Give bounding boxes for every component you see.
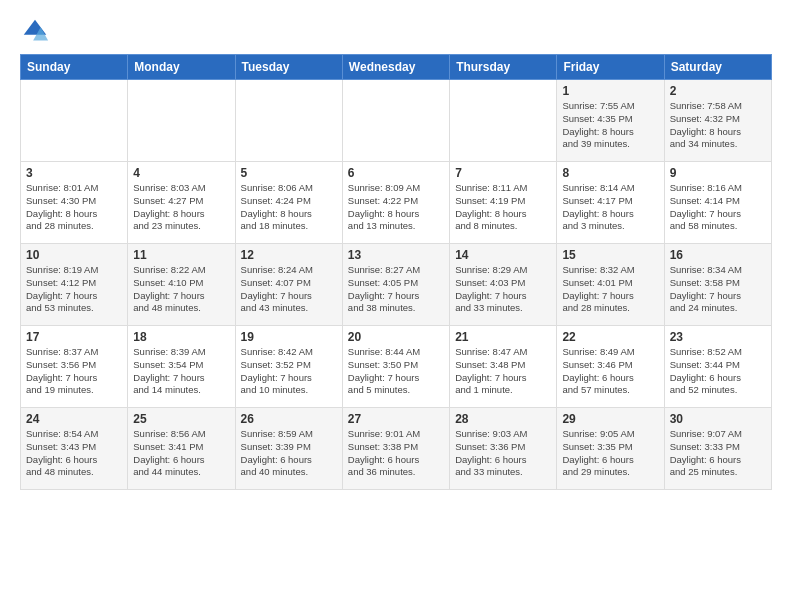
day-info: Sunrise: 9:07 AM Sunset: 3:33 PM Dayligh… [670,428,766,479]
calendar-cell: 10Sunrise: 8:19 AM Sunset: 4:12 PM Dayli… [21,244,128,326]
calendar-cell [450,80,557,162]
day-info: Sunrise: 8:59 AM Sunset: 3:39 PM Dayligh… [241,428,337,479]
day-number: 9 [670,166,766,180]
calendar-cell: 25Sunrise: 8:56 AM Sunset: 3:41 PM Dayli… [128,408,235,490]
day-info: Sunrise: 8:19 AM Sunset: 4:12 PM Dayligh… [26,264,122,315]
day-number: 5 [241,166,337,180]
day-info: Sunrise: 8:06 AM Sunset: 4:24 PM Dayligh… [241,182,337,233]
calendar-week-row: 3Sunrise: 8:01 AM Sunset: 4:30 PM Daylig… [21,162,772,244]
calendar-cell: 28Sunrise: 9:03 AM Sunset: 3:36 PM Dayli… [450,408,557,490]
logo-icon [20,16,50,46]
day-number: 12 [241,248,337,262]
calendar-cell: 20Sunrise: 8:44 AM Sunset: 3:50 PM Dayli… [342,326,449,408]
calendar-cell: 16Sunrise: 8:34 AM Sunset: 3:58 PM Dayli… [664,244,771,326]
day-info: Sunrise: 8:09 AM Sunset: 4:22 PM Dayligh… [348,182,444,233]
header [20,16,772,46]
day-info: Sunrise: 8:42 AM Sunset: 3:52 PM Dayligh… [241,346,337,397]
calendar-cell: 1Sunrise: 7:55 AM Sunset: 4:35 PM Daylig… [557,80,664,162]
day-number: 2 [670,84,766,98]
calendar-cell: 29Sunrise: 9:05 AM Sunset: 3:35 PM Dayli… [557,408,664,490]
day-info: Sunrise: 8:39 AM Sunset: 3:54 PM Dayligh… [133,346,229,397]
day-of-week-header: Tuesday [235,55,342,80]
day-info: Sunrise: 8:22 AM Sunset: 4:10 PM Dayligh… [133,264,229,315]
day-number: 10 [26,248,122,262]
calendar-cell: 15Sunrise: 8:32 AM Sunset: 4:01 PM Dayli… [557,244,664,326]
day-number: 16 [670,248,766,262]
calendar-week-row: 17Sunrise: 8:37 AM Sunset: 3:56 PM Dayli… [21,326,772,408]
day-of-week-header: Wednesday [342,55,449,80]
day-info: Sunrise: 8:27 AM Sunset: 4:05 PM Dayligh… [348,264,444,315]
day-number: 29 [562,412,658,426]
day-info: Sunrise: 8:16 AM Sunset: 4:14 PM Dayligh… [670,182,766,233]
calendar-cell: 4Sunrise: 8:03 AM Sunset: 4:27 PM Daylig… [128,162,235,244]
day-info: Sunrise: 8:56 AM Sunset: 3:41 PM Dayligh… [133,428,229,479]
day-number: 26 [241,412,337,426]
calendar-cell: 21Sunrise: 8:47 AM Sunset: 3:48 PM Dayli… [450,326,557,408]
calendar-cell: 14Sunrise: 8:29 AM Sunset: 4:03 PM Dayli… [450,244,557,326]
calendar-cell: 9Sunrise: 8:16 AM Sunset: 4:14 PM Daylig… [664,162,771,244]
day-info: Sunrise: 8:37 AM Sunset: 3:56 PM Dayligh… [26,346,122,397]
calendar-cell: 24Sunrise: 8:54 AM Sunset: 3:43 PM Dayli… [21,408,128,490]
calendar: SundayMondayTuesdayWednesdayThursdayFrid… [20,54,772,490]
calendar-cell: 11Sunrise: 8:22 AM Sunset: 4:10 PM Dayli… [128,244,235,326]
calendar-week-row: 24Sunrise: 8:54 AM Sunset: 3:43 PM Dayli… [21,408,772,490]
day-number: 4 [133,166,229,180]
day-info: Sunrise: 9:01 AM Sunset: 3:38 PM Dayligh… [348,428,444,479]
day-info: Sunrise: 8:34 AM Sunset: 3:58 PM Dayligh… [670,264,766,315]
day-number: 25 [133,412,229,426]
day-info: Sunrise: 8:32 AM Sunset: 4:01 PM Dayligh… [562,264,658,315]
calendar-cell: 2Sunrise: 7:58 AM Sunset: 4:32 PM Daylig… [664,80,771,162]
day-info: Sunrise: 9:03 AM Sunset: 3:36 PM Dayligh… [455,428,551,479]
day-info: Sunrise: 8:52 AM Sunset: 3:44 PM Dayligh… [670,346,766,397]
day-number: 27 [348,412,444,426]
calendar-cell: 12Sunrise: 8:24 AM Sunset: 4:07 PM Dayli… [235,244,342,326]
day-number: 14 [455,248,551,262]
day-info: Sunrise: 9:05 AM Sunset: 3:35 PM Dayligh… [562,428,658,479]
day-number: 1 [562,84,658,98]
day-number: 15 [562,248,658,262]
day-info: Sunrise: 8:44 AM Sunset: 3:50 PM Dayligh… [348,346,444,397]
calendar-cell: 19Sunrise: 8:42 AM Sunset: 3:52 PM Dayli… [235,326,342,408]
day-number: 6 [348,166,444,180]
calendar-cell [21,80,128,162]
calendar-cell: 22Sunrise: 8:49 AM Sunset: 3:46 PM Dayli… [557,326,664,408]
logo [20,16,54,46]
day-number: 18 [133,330,229,344]
day-number: 20 [348,330,444,344]
day-number: 30 [670,412,766,426]
calendar-cell: 8Sunrise: 8:14 AM Sunset: 4:17 PM Daylig… [557,162,664,244]
calendar-week-row: 10Sunrise: 8:19 AM Sunset: 4:12 PM Dayli… [21,244,772,326]
calendar-cell: 30Sunrise: 9:07 AM Sunset: 3:33 PM Dayli… [664,408,771,490]
day-info: Sunrise: 8:47 AM Sunset: 3:48 PM Dayligh… [455,346,551,397]
day-info: Sunrise: 7:55 AM Sunset: 4:35 PM Dayligh… [562,100,658,151]
calendar-cell [342,80,449,162]
calendar-cell: 5Sunrise: 8:06 AM Sunset: 4:24 PM Daylig… [235,162,342,244]
day-of-week-header: Thursday [450,55,557,80]
day-info: Sunrise: 8:03 AM Sunset: 4:27 PM Dayligh… [133,182,229,233]
day-number: 19 [241,330,337,344]
calendar-cell: 23Sunrise: 8:52 AM Sunset: 3:44 PM Dayli… [664,326,771,408]
calendar-week-row: 1Sunrise: 7:55 AM Sunset: 4:35 PM Daylig… [21,80,772,162]
day-number: 21 [455,330,551,344]
day-number: 13 [348,248,444,262]
day-number: 28 [455,412,551,426]
day-of-week-header: Friday [557,55,664,80]
calendar-cell: 17Sunrise: 8:37 AM Sunset: 3:56 PM Dayli… [21,326,128,408]
calendar-cell [235,80,342,162]
calendar-cell: 27Sunrise: 9:01 AM Sunset: 3:38 PM Dayli… [342,408,449,490]
day-number: 24 [26,412,122,426]
day-number: 3 [26,166,122,180]
day-info: Sunrise: 8:11 AM Sunset: 4:19 PM Dayligh… [455,182,551,233]
calendar-cell: 26Sunrise: 8:59 AM Sunset: 3:39 PM Dayli… [235,408,342,490]
day-info: Sunrise: 8:54 AM Sunset: 3:43 PM Dayligh… [26,428,122,479]
calendar-cell: 3Sunrise: 8:01 AM Sunset: 4:30 PM Daylig… [21,162,128,244]
page: SundayMondayTuesdayWednesdayThursdayFrid… [0,0,792,612]
calendar-cell: 18Sunrise: 8:39 AM Sunset: 3:54 PM Dayli… [128,326,235,408]
day-info: Sunrise: 7:58 AM Sunset: 4:32 PM Dayligh… [670,100,766,151]
calendar-cell: 13Sunrise: 8:27 AM Sunset: 4:05 PM Dayli… [342,244,449,326]
day-number: 11 [133,248,229,262]
day-number: 23 [670,330,766,344]
day-number: 22 [562,330,658,344]
day-info: Sunrise: 8:29 AM Sunset: 4:03 PM Dayligh… [455,264,551,315]
day-of-week-header: Sunday [21,55,128,80]
